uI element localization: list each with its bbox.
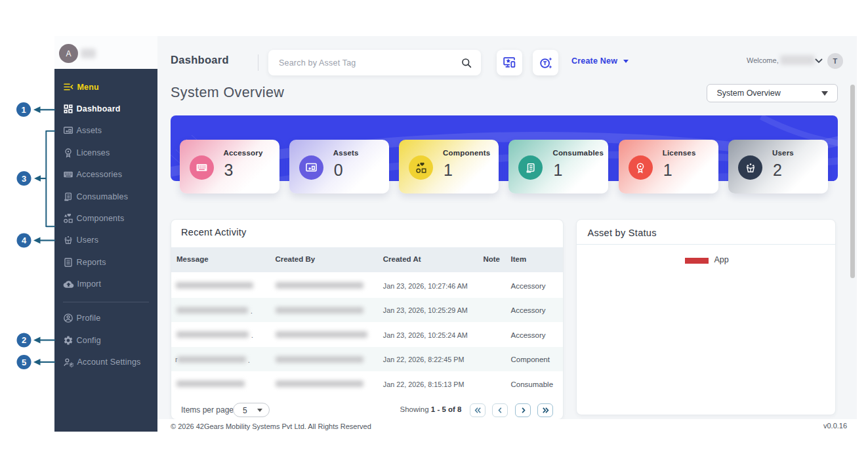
svg-text:1: 1 bbox=[21, 105, 26, 115]
svg-text:4: 4 bbox=[22, 235, 27, 245]
svg-text:2: 2 bbox=[22, 335, 26, 345]
svg-text:3: 3 bbox=[22, 174, 26, 184]
svg-text:5: 5 bbox=[22, 357, 26, 367]
